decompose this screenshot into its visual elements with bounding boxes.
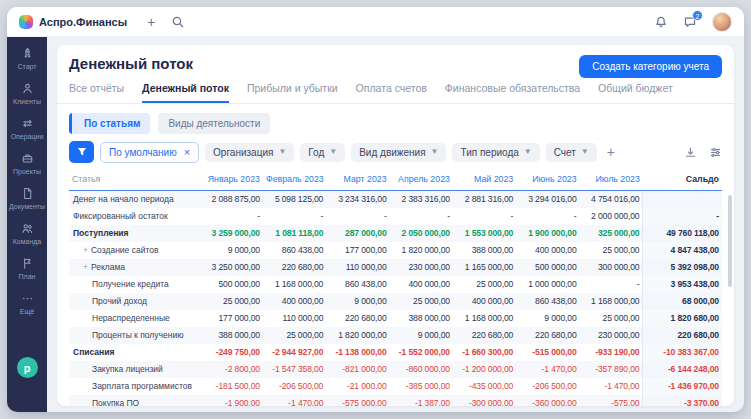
cell-value: 1 081 118,00	[263, 225, 326, 242]
cell-value: 860 438,00	[516, 293, 579, 310]
column-month[interactable]: Март 2023	[326, 170, 389, 191]
column-month[interactable]: Май 2023	[453, 170, 516, 191]
row-article: Получение кредита	[69, 276, 200, 293]
view-toggle-2[interactable]: Виды деятельности	[158, 113, 270, 134]
table-row[interactable]: Зарплата программистов-181 500,00-206 50…	[69, 378, 722, 395]
sliders-icon[interactable]	[709, 146, 722, 159]
filter-button[interactable]	[69, 141, 94, 163]
row-article: Поступления	[69, 225, 200, 242]
expand-icon[interactable]: +	[83, 262, 88, 272]
table-row[interactable]: Проценты к получению388 000,0025 000,001…	[69, 327, 722, 344]
row-article: +Создание сайтов	[69, 242, 200, 259]
sidebar-item-plan[interactable]: План	[7, 257, 47, 280]
search-icon[interactable]	[171, 15, 185, 29]
create-plus-icon[interactable]: +	[147, 15, 155, 29]
cell-value: 3 259 000,00	[200, 225, 263, 242]
table-row[interactable]: Прочий доход25 000,00400 000,009 000,002…	[69, 293, 722, 310]
briefcase-icon	[21, 152, 34, 166]
filter-dropdown-3[interactable]: Вид движения▼	[351, 143, 446, 162]
dots-icon	[21, 292, 34, 306]
cell-value: -206 500,00	[516, 378, 579, 395]
sidebar-item-more[interactable]: Ещё	[7, 292, 47, 315]
row-article: Денег на начало периода	[69, 191, 200, 208]
cell-value: 1 000 000,00	[516, 276, 579, 293]
cell-value: 2 050 000,00	[390, 225, 453, 242]
table-row[interactable]: Получение кредита500 000,001 168 000,008…	[69, 276, 722, 293]
vertical-scrollbar[interactable]	[728, 195, 732, 287]
cell-value: 1 900 000,00	[516, 225, 579, 242]
chat-icon[interactable]: 2	[683, 15, 697, 29]
table-row[interactable]: Закупка лицензий-2 800,00-1 547 358,00-8…	[69, 361, 722, 378]
filter-dropdown-5[interactable]: Счет▼	[546, 143, 597, 162]
column-month[interactable]: Январь 2023	[200, 170, 263, 191]
arrows-icon	[21, 117, 34, 131]
cell-value: -1 900,00	[200, 395, 263, 407]
filter-dropdown-2[interactable]: Год▼	[300, 143, 345, 162]
table-row[interactable]: Списания-249 750,00-2 944 927,00-1 138 0…	[69, 344, 722, 361]
table-row[interactable]: Поступления3 259 000,001 081 118,00287 0…	[69, 225, 722, 242]
sidebar: СтартКлиентыОперацииПроектыДокументыКома…	[7, 37, 47, 412]
chevron-down-icon: ▼	[431, 148, 439, 156]
sidebar-item-documents[interactable]: Документы	[7, 187, 47, 210]
cell-saldo: 3 953 438,00	[643, 276, 722, 293]
cell-value: 230 000,00	[390, 259, 453, 276]
cell-value: -	[580, 276, 643, 293]
cell-saldo: 5 392 098,00	[643, 259, 722, 276]
cell-value: 388 000,00	[200, 327, 263, 344]
add-filter-button[interactable]: +	[603, 144, 619, 160]
sidebar-item-clients[interactable]: Клиенты	[7, 82, 47, 105]
table-row[interactable]: +Реклама3 250 000,00220 680,00110 000,00…	[69, 259, 722, 276]
view-toggle-1[interactable]: По статьям	[69, 113, 150, 134]
cell-value: -1 547 358,00	[263, 361, 326, 378]
download-icon[interactable]	[684, 146, 697, 159]
table-row[interactable]: Денег на начало периода2 088 875,005 098…	[69, 191, 722, 208]
sidebar-item-label: Операции	[11, 133, 44, 140]
assistant-logo-icon[interactable]: p	[17, 357, 38, 378]
row-label: Списания	[73, 347, 114, 357]
column-month[interactable]: Июнь 2023	[516, 170, 579, 191]
column-month[interactable]: Июль 2023	[580, 170, 643, 191]
table-row[interactable]: Нераспределенные177 000,00110 000,00220 …	[69, 310, 722, 327]
report-tabs: Все отчётыДенежный потокПрибыли и убытки…	[57, 79, 734, 104]
sidebar-item-label: Команда	[13, 238, 42, 245]
sidebar-item-team[interactable]: Команда	[7, 222, 47, 245]
sidebar-item-operations[interactable]: Операции	[7, 117, 47, 140]
column-month[interactable]: Апрель 2023	[390, 170, 453, 191]
sidebar-item-projects[interactable]: Проекты	[7, 152, 47, 175]
cell-saldo: -6 144 248,00	[643, 361, 722, 378]
sidebar-item-start[interactable]: Старт	[7, 47, 47, 70]
filter-dropdown-4[interactable]: Тип периода▼	[452, 143, 539, 162]
table-row[interactable]: +Создание сайтов9 000,00860 438,00177 00…	[69, 242, 722, 259]
cell-value: -933 190,00	[580, 344, 643, 361]
chevron-down-icon: ▼	[329, 148, 337, 156]
row-label: Поступления	[73, 228, 129, 238]
cell-value: -	[516, 208, 579, 225]
column-month[interactable]: Февраль 2023	[263, 170, 326, 191]
tab-1[interactable]: Все отчёты	[69, 79, 124, 103]
expand-icon[interactable]: +	[83, 245, 88, 255]
page-title: Денежный поток	[69, 55, 193, 72]
cell-saldo: 220 680,00	[643, 327, 722, 344]
filter-dropdown-1[interactable]: Организация▼	[205, 143, 294, 162]
create-category-button[interactable]: Создать категорию учета	[579, 55, 722, 78]
cell-value: 287 000,00	[326, 225, 389, 242]
table-row[interactable]: Фиксированный остаток------2 000 000,00-	[69, 208, 722, 225]
bell-icon[interactable]	[654, 15, 668, 29]
row-article: Фиксированный остаток	[69, 208, 200, 225]
person-icon	[21, 82, 34, 96]
cell-value: 388 000,00	[453, 242, 516, 259]
cell-value: 2 881 316,00	[453, 191, 516, 208]
filter-preset-chip[interactable]: По умолчанию ×	[100, 142, 199, 163]
cell-value: 400 000,00	[516, 242, 579, 259]
cell-saldo: 68 000,00	[643, 293, 722, 310]
avatar[interactable]	[712, 12, 732, 32]
cell-value: -1 200 000,00	[453, 361, 516, 378]
tab-6[interactable]: Общий бюджет	[598, 79, 673, 103]
table-row[interactable]: Покупка ПО-1 900,00-1 470,00-575 000,00-…	[69, 395, 722, 407]
tab-5[interactable]: Финансовые обязательства	[445, 79, 580, 103]
tab-4[interactable]: Оплата счетов	[356, 79, 427, 103]
tab-2[interactable]: Денежный поток	[142, 79, 229, 103]
close-icon[interactable]: ×	[184, 147, 190, 158]
cell-value: 1 820 000,00	[390, 242, 453, 259]
tab-3[interactable]: Прибыли и убытки	[247, 79, 338, 103]
